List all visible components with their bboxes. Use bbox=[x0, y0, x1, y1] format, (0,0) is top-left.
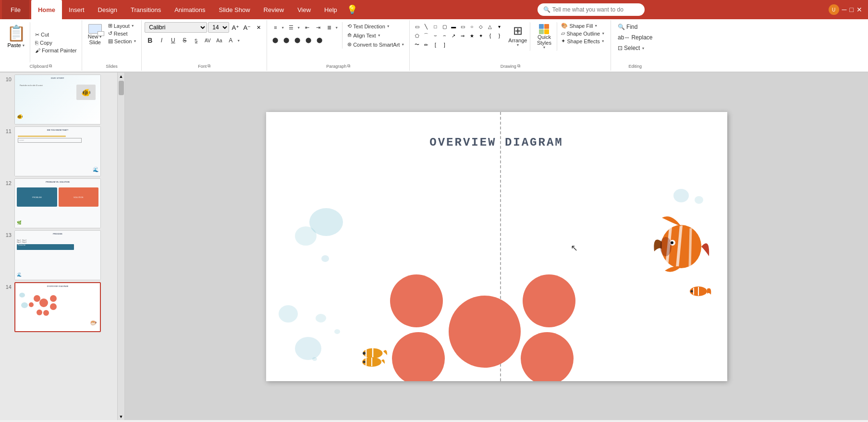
font-size-selector[interactable]: 14 bbox=[208, 22, 229, 33]
strikethrough-button[interactable]: S bbox=[179, 35, 190, 46]
change-case-button[interactable]: Aa bbox=[214, 35, 224, 46]
tab-design[interactable]: Design bbox=[91, 0, 124, 19]
shape-line-button[interactable]: ╲ bbox=[422, 22, 430, 31]
new-slide-button[interactable]: New ▼ Slide bbox=[85, 22, 105, 47]
tab-insert[interactable]: Insert bbox=[62, 0, 91, 19]
user-avatar[interactable]: U bbox=[829, 4, 839, 15]
maximize-button[interactable]: □ bbox=[850, 6, 854, 13]
slide-thumbnail-14[interactable]: 14 OVERVIEW DIAGRAM 🐡 bbox=[2, 282, 115, 332]
shape-circle-button[interactable]: ○ bbox=[467, 22, 476, 31]
shape-curve2-button[interactable]: ⌣ bbox=[431, 31, 440, 40]
section-button[interactable]: ▤ Section ▼ bbox=[106, 37, 139, 45]
shape-more-button[interactable]: ▾ bbox=[495, 22, 503, 31]
shape-arrow2-button[interactable]: ⇒ bbox=[458, 31, 467, 40]
character-spacing-button[interactable]: AV bbox=[202, 35, 213, 46]
align-text-button[interactable]: ⟰ Align Text ▼ bbox=[345, 31, 406, 39]
shape-bracket-button[interactable]: [ bbox=[431, 40, 440, 49]
search-bar[interactable]: 🔍 bbox=[538, 3, 645, 16]
slide-thumb-img-12[interactable]: PROBLEM VS. SOLUTION PROBLEM SOLUTION 🌿 bbox=[14, 178, 101, 228]
expand-icon[interactable]: ⧉ bbox=[49, 63, 52, 69]
bullets-button[interactable]: ≡ bbox=[270, 22, 281, 33]
font-color-button[interactable]: A bbox=[225, 35, 236, 46]
shape-star2-button[interactable]: ✦ bbox=[477, 31, 485, 40]
slide-thumb-img-11[interactable]: DID YOU KNOW THAT? content 🌊 bbox=[14, 126, 101, 176]
find-button[interactable]: 🔍 Find bbox=[614, 22, 656, 32]
tab-animations[interactable]: Animations bbox=[168, 0, 212, 19]
shape-arrow-button[interactable]: ↗ bbox=[449, 31, 458, 40]
cut-button[interactable]: ✂ Cut bbox=[33, 31, 79, 38]
scroll-thumb[interactable] bbox=[119, 81, 124, 95]
quick-styles-button[interactable]: Quick Styles ▼ bbox=[531, 22, 557, 51]
justify-button[interactable]: ⬤ bbox=[303, 35, 314, 45]
shape-effects-button[interactable]: ✦ Shape Effects ▼ bbox=[558, 37, 608, 45]
tab-view[interactable]: View bbox=[291, 0, 318, 19]
copy-button[interactable]: ⎘ Copy bbox=[33, 39, 79, 46]
shape-curve-button[interactable]: ⌒ bbox=[422, 31, 430, 40]
increase-indent-button[interactable]: ⇥ bbox=[313, 22, 323, 33]
shape-brace-button[interactable]: { bbox=[486, 31, 494, 40]
decrease-indent-button[interactable]: ⇤ bbox=[302, 22, 312, 33]
shape-brace2-button[interactable]: } bbox=[495, 31, 503, 40]
shape-rect3-button[interactable]: ▬ bbox=[449, 22, 458, 31]
slide-thumbnail-12[interactable]: 12 PROBLEM VS. SOLUTION PROBLEM SOLUTION… bbox=[2, 178, 115, 228]
drawing-expand-icon[interactable]: ⧉ bbox=[517, 63, 520, 69]
slide-canvas[interactable]: OVERVIEW DIAGRAM bbox=[266, 112, 727, 381]
numbering-button[interactable]: ☰ bbox=[286, 22, 296, 33]
font-expand-icon[interactable]: ⧉ bbox=[208, 63, 210, 69]
canvas-area[interactable]: OVERVIEW DIAGRAM bbox=[125, 73, 868, 420]
shape-bracket2-button[interactable]: ] bbox=[440, 40, 449, 49]
shape-outline-button[interactable]: ▱ Shape Outline ▼ bbox=[558, 30, 608, 37]
scroll-up-arrow[interactable]: ▲ bbox=[119, 73, 124, 80]
tab-home[interactable]: Home bbox=[31, 0, 62, 19]
shape-rect2-button[interactable]: □ bbox=[431, 22, 440, 31]
align-right-button[interactable]: ⬤ bbox=[292, 35, 303, 45]
slide-panel[interactable]: 10 OUR STORY Placeholder text for slide … bbox=[0, 73, 118, 420]
select-button[interactable]: ⊡ Select ▼ bbox=[614, 43, 656, 53]
shape-diamond-button[interactable]: ◇ bbox=[477, 22, 485, 31]
search-input[interactable] bbox=[552, 6, 639, 13]
font-name-selector[interactable]: Calibri bbox=[145, 22, 207, 33]
slide-thumb-img-13[interactable]: PROCESS Step 1 Step 2 Step 3 Step 4 Proc… bbox=[14, 230, 101, 280]
tab-file[interactable]: File bbox=[2, 0, 29, 19]
shape-rect4-button[interactable]: ▭ bbox=[458, 22, 467, 31]
shape-roundrect-button[interactable]: ▢ bbox=[440, 22, 449, 31]
paragraph-expand-icon[interactable]: ⧉ bbox=[347, 63, 350, 69]
minimize-button[interactable]: ─ bbox=[842, 6, 847, 13]
tab-review[interactable]: Review bbox=[257, 0, 291, 19]
bold-button[interactable]: B bbox=[145, 35, 155, 46]
align-center-button[interactable]: ⬤ bbox=[281, 35, 292, 45]
convert-smartart-button[interactable]: ⊛ Convert to SmartArt ▼ bbox=[345, 40, 406, 49]
slide-thumbnail-11[interactable]: 11 DID YOU KNOW THAT? content 🌊 bbox=[2, 126, 115, 176]
shape-freeform-button[interactable]: ✏ bbox=[422, 40, 430, 49]
replace-button[interactable]: ab↔ Replace bbox=[614, 33, 656, 42]
shape-curve3-button[interactable]: ⌢ bbox=[440, 31, 449, 40]
align-left-button[interactable]: ⬤ bbox=[270, 35, 281, 45]
slide-thumbnail-13[interactable]: 13 PROCESS Step 1 Step 2 Step 3 Step 4 P… bbox=[2, 230, 115, 280]
line-spacing-dropdown[interactable]: ▼ bbox=[335, 26, 338, 29]
numbering-dropdown[interactable]: ▼ bbox=[297, 26, 300, 29]
line-spacing-button[interactable]: ≣ bbox=[324, 22, 334, 33]
slide-thumb-img-14[interactable]: OVERVIEW DIAGRAM 🐡 bbox=[14, 282, 101, 332]
increase-font-button[interactable]: A⁺ bbox=[230, 22, 241, 33]
decrease-font-button[interactable]: A⁻ bbox=[242, 22, 252, 33]
shape-pentagon-button[interactable]: ⬠ bbox=[413, 31, 421, 40]
columns-button[interactable]: ⬤ bbox=[314, 35, 325, 45]
arrange-button[interactable]: ⊞ Arrange ▼ bbox=[505, 22, 530, 51]
slide-panel-scrollbar[interactable]: ▲ ▼ bbox=[118, 73, 125, 420]
tab-transitions[interactable]: Transitions bbox=[124, 0, 168, 19]
slide-thumbnail-10[interactable]: 10 OUR STORY Placeholder text for slide … bbox=[2, 74, 115, 124]
tab-help[interactable]: Help bbox=[318, 0, 344, 19]
layout-button[interactable]: ⊞ Layout ▼ bbox=[106, 22, 139, 29]
shape-star-button[interactable]: ★ bbox=[467, 31, 476, 40]
font-color-dropdown[interactable]: ▼ bbox=[237, 39, 240, 42]
close-button[interactable]: ✕ bbox=[856, 6, 862, 13]
shape-fill-button[interactable]: 🎨 Shape Fill ▼ bbox=[558, 22, 608, 29]
scroll-down-arrow[interactable]: ▼ bbox=[119, 413, 124, 420]
shape-rect-button[interactable]: ▭ bbox=[413, 22, 421, 31]
italic-button[interactable]: I bbox=[156, 35, 167, 46]
shape-triangle-button[interactable]: △ bbox=[486, 22, 494, 31]
underline-button[interactable]: U bbox=[168, 35, 178, 46]
shape-wave-button[interactable]: 〜 bbox=[413, 40, 421, 49]
clear-format-button[interactable]: ✕ bbox=[253, 22, 264, 33]
text-direction-button[interactable]: ⟲ Text Direction ▼ bbox=[345, 22, 406, 30]
